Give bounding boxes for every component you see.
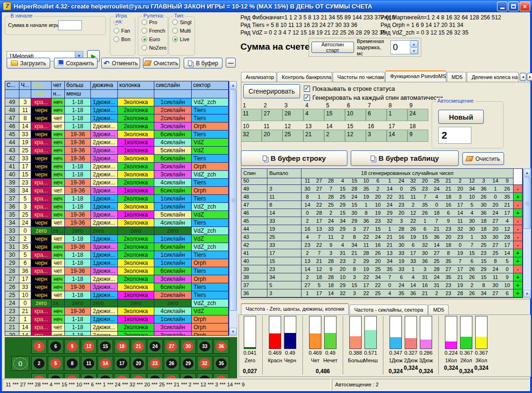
freq-tab-Частота - Zero, шансы, дюжины, колонки[interactable]: Частота - Zero, шансы, дюжины, колонки [241, 303, 349, 315]
new-offset-button[interactable]: Новый [438, 110, 484, 124]
board-cell-24[interactable]: 24 [147, 339, 163, 354]
freq-tab-Частота - сиклайны, сектора[interactable]: Частота - сиклайны, сектора [349, 305, 428, 315]
radio-option-euro[interactable]: Euro [142, 36, 168, 42]
generated-numbers-cell: 218281032234764312435212615119 [301, 273, 514, 281]
toolbar-save-button[interactable]: Сохранить [54, 58, 98, 69]
spinner-up-icon[interactable]: ▲ [410, 41, 418, 47]
delay-spinner[interactable]: 0 ▲ ▼ [390, 40, 418, 54]
spinner-down-icon[interactable]: ▼ [410, 47, 418, 54]
board-cell-18[interactable]: 18 [114, 339, 130, 354]
radio-option-bon[interactable]: Bon [114, 36, 135, 42]
vdz-series: Ряд VdZ = 0 2 3 4 7 12 15 18 19 21 22 25… [240, 29, 395, 37]
scroll-down-icon[interactable]: ▼ [230, 328, 237, 335]
maximize-button[interactable] [508, 1, 519, 11]
scroll-up-icon[interactable]: ▲ [523, 169, 531, 176]
result-number-cell: 15 [267, 257, 301, 265]
generated-number: 17 [501, 241, 513, 249]
board-cell-6[interactable]: 6 [48, 339, 63, 354]
table-cell: Orph [192, 275, 229, 283]
generated-number: 23 [419, 185, 431, 192]
autospin-start-button[interactable]: Автоспин старт [311, 42, 354, 53]
board-cell-9[interactable]: 9 [64, 339, 80, 354]
board-cell-14[interactable]: 14 [98, 356, 113, 371]
zero-cell[interactable]: 0 [11, 356, 29, 371]
board-cell-15[interactable]: 15 [98, 339, 113, 354]
board-cell-20[interactable]: 20 [131, 356, 146, 371]
toolbar-open-folder-button[interactable]: Загрузить [7, 58, 50, 69]
toolbar-undo-button[interactable]: Отменить [101, 58, 140, 69]
bar-group-divider [343, 316, 343, 375]
minimize-button[interactable] [497, 1, 507, 11]
table-cell: неч [52, 283, 65, 291]
tab-Функционал PsevdoMS[interactable]: Функционал PsevdoMS [385, 70, 446, 82]
tab-scroll-left-icon[interactable]: ◄ [520, 73, 526, 81]
autogenerate-checkbox[interactable]: Генерировать на каждый спин автоматическ… [304, 94, 443, 101]
table-cell: 1дюжи... [91, 291, 118, 299]
radio-option-nozero[interactable]: NoZero [142, 45, 168, 51]
tab-MD5[interactable]: MD5 [447, 72, 466, 82]
clear-generator-button[interactable]: Очистить [462, 152, 504, 165]
copy-row-button[interactable]: В буфер строку [241, 150, 347, 166]
scroll-up-icon[interactable]: ▲ [230, 81, 237, 89]
collapse-button[interactable]: — [226, 58, 236, 68]
board-cell-11[interactable]: 11 [81, 356, 97, 371]
board-cell-17[interactable]: 17 [114, 356, 130, 371]
tab-Частоты по числам[interactable]: Частоты по числам [333, 72, 385, 82]
board-cell-27[interactable]: 27 [164, 339, 179, 354]
status-offset: Автосмещение : 2 [332, 379, 530, 391]
board-cell-2[interactable]: 2 [31, 356, 47, 371]
column-header: Черн [31, 90, 52, 98]
result-sign-cell [514, 177, 523, 185]
spins-table-scrollbar[interactable]: ▲ ▼ [229, 81, 237, 336]
radio-option-fan[interactable]: Fan [114, 28, 135, 34]
radio-option-pro[interactable]: Pro [142, 19, 168, 25]
scroll-down-icon[interactable]: ▼ [523, 290, 531, 297]
board-cell-23[interactable]: 23 [147, 356, 163, 371]
table-cell: 1-18 [65, 315, 91, 323]
table-cell: 1-18 [65, 98, 91, 106]
generated-number: 2 [337, 233, 348, 241]
toolbar-copy-button[interactable]: В буфер [184, 58, 222, 69]
radio-option-live[interactable]: Live [172, 36, 195, 42]
scrollbar-thumb[interactable] [230, 89, 237, 311]
board-cell-35[interactable]: 35 [213, 356, 229, 371]
generated-number: 14 [325, 289, 337, 297]
close-button[interactable]: × [520, 1, 530, 11]
tab-Контроль банкролла[interactable]: Контроль банкролла [277, 72, 332, 82]
board-cell-36[interactable]: 36 [213, 339, 229, 354]
table-cell: VdZ_zch [192, 203, 229, 211]
board-cell-29[interactable]: 29 [180, 356, 196, 371]
board-cell-5[interactable]: 5 [48, 356, 63, 371]
board-cell-26[interactable]: 26 [164, 356, 179, 371]
bar-value: 0.347 [388, 350, 403, 357]
tab-Анализатор[interactable]: Анализатор [241, 72, 276, 82]
board-cell-32[interactable]: 32 [197, 356, 213, 371]
statusline-checkbox[interactable]: Показывать в строке статуса [304, 85, 395, 92]
generate-button[interactable]: Сгенерировать [243, 84, 300, 98]
tab-scroll-right-icon[interactable]: ► [527, 73, 532, 81]
radio-option-multi[interactable]: Multi [172, 28, 195, 34]
bar-group-divider [302, 316, 303, 375]
board-cell-8[interactable]: 8 [64, 356, 80, 371]
table-cell: 23 [5, 307, 19, 315]
generated-number: 23 [443, 289, 454, 297]
generated-number: 20 [372, 257, 384, 265]
table-row: 4325кра...неч19-363дюжи...1колонка5сикла… [5, 147, 229, 155]
table-cell: Tiers [192, 267, 229, 275]
copy-table-button[interactable]: В буфер таблицу [351, 150, 459, 166]
radio-option-french[interactable]: French [142, 28, 168, 34]
board-cell-12[interactable]: 12 [81, 339, 97, 354]
toolbar-clean-button[interactable]: Очистить [143, 58, 180, 69]
start-sum-input[interactable] [58, 20, 82, 30]
generated-table-scrollbar[interactable]: ▲ ▼ [523, 168, 531, 298]
scrollbar-thumb[interactable] [523, 177, 531, 229]
generated-number: 7 [454, 257, 466, 265]
board-cell-33[interactable]: 33 [197, 339, 213, 354]
offset-input[interactable] [438, 127, 471, 144]
freq-tab-MD5[interactable]: MD5 [428, 305, 449, 315]
board-cell-21[interactable]: 21 [131, 339, 146, 354]
board-cell-3[interactable]: 3 [31, 339, 47, 354]
tab-Деление колеса на[interactable]: Деление колеса на [467, 72, 519, 82]
board-cell-30[interactable]: 30 [180, 339, 196, 354]
radio-option-singl[interactable]: Singl [172, 19, 195, 25]
